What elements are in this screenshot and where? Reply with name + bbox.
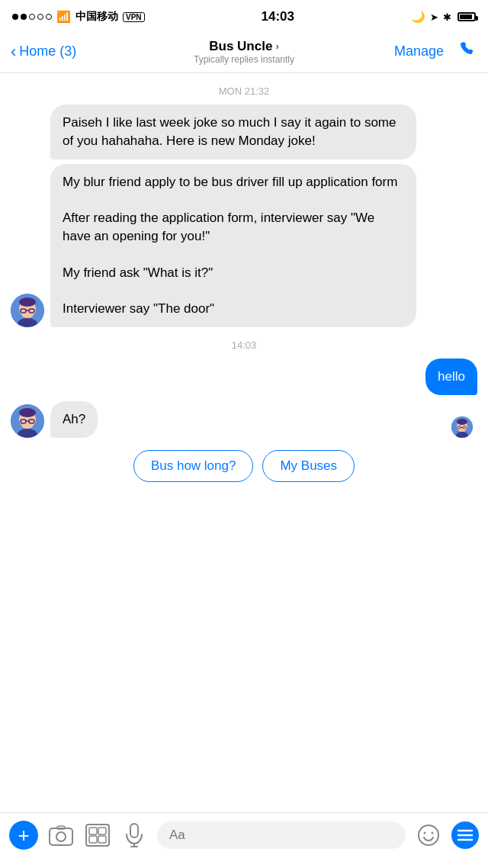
svg-point-22: [459, 429, 466, 432]
svg-rect-29: [98, 828, 106, 834]
nav-bar: ‹ Home (3) Bus Uncle › Typically replies…: [0, 31, 488, 73]
call-button[interactable]: [458, 40, 477, 64]
nav-right: Manage: [332, 40, 477, 64]
svg-rect-32: [130, 824, 138, 837]
chat-area: MON 21:32 Paiseh I like last week joke s…: [0, 85, 488, 772]
bluetooth-icon: ✱: [443, 11, 451, 23]
status-left: 📶 中国移动 VPN: [12, 10, 145, 24]
manage-button[interactable]: Manage: [394, 43, 444, 59]
message-input[interactable]: [157, 821, 406, 849]
svg-rect-30: [89, 836, 97, 843]
chat-title-row[interactable]: Bus Uncle ›: [209, 39, 278, 54]
svg-rect-28: [89, 828, 97, 834]
message-row: hello: [11, 358, 477, 395]
message-row: Paiseh I like last week joke so much I s…: [11, 104, 477, 159]
vpn-badge: VPN: [123, 12, 145, 22]
back-label: Home (3): [19, 43, 76, 59]
svg-point-18: [457, 419, 467, 425]
svg-point-6: [22, 313, 33, 318]
quick-replies-container: Bus how long? My Buses: [11, 450, 477, 482]
message-row: My blur friend apply to be bus driver fi…: [11, 164, 477, 327]
svg-rect-24: [50, 828, 72, 845]
message-bubble: Ah?: [50, 401, 98, 438]
status-time: 14:03: [262, 9, 294, 24]
chat-subtitle: Typically replies instantly: [194, 54, 294, 65]
timestamp-first: MON 21:32: [0, 85, 488, 97]
svg-point-37: [432, 832, 434, 834]
timestamp-second: 14:03: [0, 339, 488, 351]
more-options-button[interactable]: [451, 821, 479, 849]
svg-point-35: [419, 825, 438, 845]
nav-center: Bus Uncle › Typically replies instantly: [156, 39, 332, 65]
svg-point-36: [424, 832, 426, 834]
wifi-icon: 📶: [56, 10, 71, 24]
avatar: [11, 404, 44, 438]
svg-point-2: [19, 297, 36, 307]
message-bubble: Paiseh I like last week joke so much I s…: [50, 104, 416, 159]
svg-point-25: [56, 832, 66, 841]
back-button[interactable]: ‹ Home (3): [11, 42, 156, 62]
status-right: 🌙 ➤ ✱: [411, 10, 476, 24]
title-chevron-icon: ›: [275, 40, 278, 52]
camera-button[interactable]: [47, 821, 75, 849]
signal-icon: [12, 14, 52, 20]
microphone-button[interactable]: [120, 821, 148, 849]
user-avatar-small: [451, 416, 473, 438]
battery-icon: [458, 12, 476, 21]
quick-reply-bus-how-long[interactable]: Bus how long?: [133, 450, 254, 482]
message-row: Ah?: [11, 401, 477, 438]
carrier-label: 中国移动: [75, 10, 118, 24]
svg-point-14: [22, 424, 33, 429]
avatar: [11, 294, 44, 327]
bottom-toolbar: +: [0, 812, 488, 868]
chat-title: Bus Uncle: [209, 39, 272, 54]
status-bar: 📶 中国移动 VPN 14:03 🌙 ➤ ✱: [0, 0, 488, 31]
location-icon: ➤: [430, 11, 438, 23]
back-chevron-icon: ‹: [11, 42, 16, 62]
moon-icon: 🌙: [411, 10, 425, 24]
gallery-button[interactable]: [84, 821, 111, 849]
message-bubble: hello: [425, 358, 477, 395]
svg-point-10: [19, 408, 36, 417]
emoji-button[interactable]: [415, 821, 442, 849]
message-bubble: My blur friend apply to be bus driver fi…: [50, 164, 416, 327]
quick-reply-my-buses[interactable]: My Buses: [262, 450, 355, 482]
svg-rect-31: [98, 836, 106, 843]
add-button[interactable]: +: [9, 821, 38, 850]
